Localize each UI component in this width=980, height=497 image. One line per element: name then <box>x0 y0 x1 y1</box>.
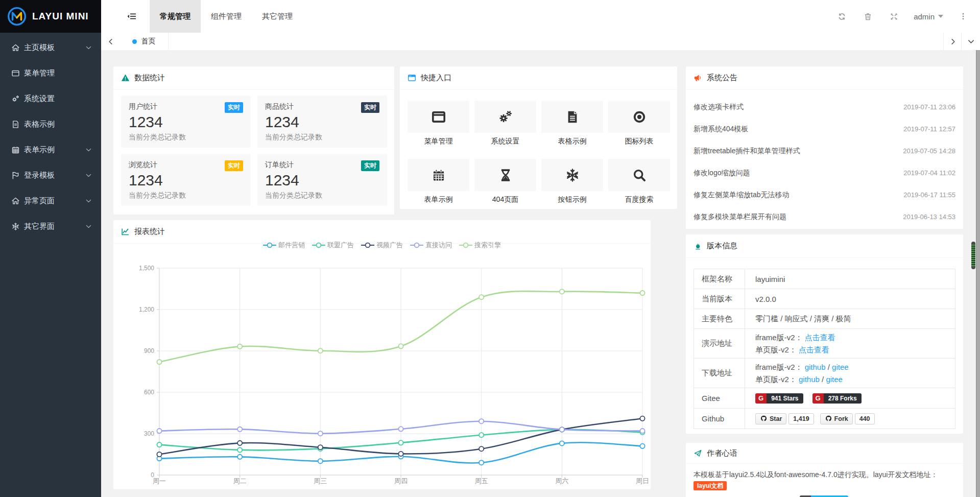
gitee-badge[interactable]: G941 Stars <box>755 393 803 404</box>
line-chart[interactable]: 03006009001,2001,500周一周二周三周四周五周六周日 <box>113 243 651 497</box>
stat-label: 商品统计 <box>265 102 294 111</box>
stat-desc: 当前分类总记录数 <box>129 191 243 200</box>
collapse-menu-button[interactable] <box>116 0 147 33</box>
sidebar-item-calendar-4[interactable]: 表单示例 <box>0 137 101 162</box>
notice-row-2[interactable]: 新增treetable插件和菜单管理样式2019-07-05 14:28 <box>686 140 963 162</box>
module-tab-1[interactable]: 组件管理 <box>201 0 252 33</box>
card-title: 快捷入口 <box>421 73 451 83</box>
version-row-label: 主要特色 <box>694 309 745 328</box>
chevron-down-icon <box>85 223 92 230</box>
stat-box-2: 浏览统计实时1234当前分类总记录数 <box>121 154 251 206</box>
notice-time: 2019-07-11 23:06 <box>903 103 955 111</box>
sidebar-item-gears-2[interactable]: 系统设置 <box>0 86 101 111</box>
card-data-statistics: 数据统计 用户统计实时1234当前分类总记录数商品统计实时1234当前分类总记录… <box>113 66 394 215</box>
card-system-notice: 系统公告 修改选项卡样式2019-07-11 23:06新增系统404模板201… <box>686 66 963 229</box>
refresh-button[interactable] <box>829 0 855 33</box>
octocat-icon <box>760 415 768 422</box>
card-report-statistics: 报表统计 邮件营销联盟广告视频广告直接访问搜索引擎 03006009001,20… <box>113 220 651 489</box>
link-点击查看[interactable]: 点击查看 <box>805 333 835 342</box>
tabs-scroll-right-button[interactable] <box>943 33 962 50</box>
flag-icon <box>11 171 21 180</box>
notice-text: 修复多模块菜单栏展开有问题 <box>694 212 786 222</box>
card-title: 作者心语 <box>707 448 737 458</box>
stat-badge: 实时 <box>361 160 379 171</box>
version-row-value: 零门槛 / 响应式 / 清爽 / 极简 <box>755 314 955 324</box>
clear-cache-button[interactable] <box>855 0 881 33</box>
sidebar-item-window-1[interactable]: 菜单管理 <box>0 60 101 86</box>
user-menu[interactable]: admin <box>907 12 950 21</box>
link-github[interactable]: github <box>805 363 826 371</box>
quick-entry-file[interactable] <box>541 101 603 133</box>
main-content: 数据统计 用户统计实时1234当前分类总记录数商品统计实时1234当前分类总记录… <box>101 50 970 497</box>
sidebar-item-file-3[interactable]: 表格示例 <box>0 111 101 137</box>
quick-entry-gears[interactable] <box>474 101 536 133</box>
stat-value: 1234 <box>265 172 379 189</box>
github-badge[interactable]: Star1,419 <box>755 413 814 424</box>
tabs-scroll-left-button[interactable] <box>101 33 120 50</box>
chevron-down-icon <box>85 44 92 51</box>
stat-value: 1234 <box>265 113 379 131</box>
quick-entry-snow[interactable] <box>541 159 603 191</box>
notice-row-0[interactable]: 修改选项卡样式2019-07-11 23:06 <box>686 96 963 118</box>
stat-value: 1234 <box>129 172 243 189</box>
fullscreen-button[interactable] <box>881 0 907 33</box>
sidebar-item-home-6[interactable]: 异常页面 <box>0 188 101 214</box>
sidebar-item-snow-7[interactable]: 其它界面 <box>0 214 101 239</box>
link-gitee[interactable]: gitee <box>826 375 843 384</box>
link-点击查看[interactable]: 点击查看 <box>799 345 829 354</box>
quick-entry-window[interactable] <box>408 101 469 133</box>
snow-icon <box>11 222 21 231</box>
quick-entry-calendar[interactable] <box>408 159 469 191</box>
quick-entry-search[interactable] <box>608 159 670 191</box>
dotcircle-icon <box>632 110 647 124</box>
svg-text:周六: 周六 <box>555 477 568 485</box>
card-quick-entry: 快捷入口 菜单管理系统设置表格示例图标列表表单示例404页面按钮示例百度搜索 <box>400 66 677 209</box>
inner-scrollbar-track[interactable] <box>970 50 976 497</box>
notice-row-4[interactable]: 修复左侧菜单缩放tab无法移动2019-06-17 11:55 <box>686 184 963 206</box>
home-icon <box>11 197 21 205</box>
card-title: 数据统计 <box>134 73 165 83</box>
link-gitee[interactable]: gitee <box>832 363 849 371</box>
quick-entry-label: 404页面 <box>474 195 536 204</box>
sidebar-item-flag-5[interactable]: 登录模板 <box>0 162 101 188</box>
version-row-label: 下载地址 <box>694 359 745 388</box>
stat-label: 订单统计 <box>265 160 294 170</box>
github-badge[interactable]: Fork440 <box>820 413 875 424</box>
quick-entry-dotcircle[interactable] <box>608 101 670 133</box>
stat-badge: 实时 <box>225 160 243 171</box>
version-link-line: 单页版-v2： github / gitee <box>755 373 955 386</box>
svg-text:周日: 周日 <box>636 477 649 485</box>
version-link-line: iframe版-v2： github / gitee <box>755 361 955 373</box>
quick-entry-hourglass[interactable] <box>474 159 536 191</box>
gitee-badge[interactable]: G278 Forks <box>812 393 862 404</box>
layui-doc-badge[interactable]: layui文档 <box>694 481 727 490</box>
window-scrollbar[interactable] <box>976 50 980 497</box>
more-button[interactable] <box>950 0 976 33</box>
sidebar-item-label: 系统设置 <box>24 94 55 104</box>
gitee-logo-icon: G <box>755 393 767 404</box>
notice-row-1[interactable]: 新增系统404模板2019-07-11 12:57 <box>686 118 963 140</box>
inner-scrollbar-thumb[interactable] <box>971 242 975 269</box>
card-header: 作者心语 <box>686 443 963 464</box>
link-github[interactable]: github <box>799 375 820 384</box>
notice-time: 2019-07-05 14:28 <box>903 147 955 155</box>
stat-label: 用户统计 <box>129 102 157 111</box>
card-header: 数据统计 <box>113 66 394 90</box>
version-row-label: 演示地址 <box>694 329 745 358</box>
quick-entry-label: 按钮示例 <box>541 195 603 204</box>
notice-row-3[interactable]: 修改logo缩放问题2019-07-04 11:02 <box>686 162 963 184</box>
card-title: 报表统计 <box>134 227 165 236</box>
tabs-menu-button[interactable] <box>961 33 980 50</box>
card-header: 快捷入口 <box>400 66 677 90</box>
module-tab-2[interactable]: 其它管理 <box>252 0 303 33</box>
tab-home[interactable]: 首页 <box>119 33 169 50</box>
file-icon <box>11 120 21 129</box>
sidebar-item-home-0[interactable]: 主页模板 <box>0 35 101 60</box>
gears-icon <box>498 110 513 124</box>
module-tab-0[interactable]: 常规管理 <box>150 0 201 33</box>
logo[interactable]: LAYUI MINI <box>0 0 101 33</box>
caret-down-icon <box>938 15 943 18</box>
version-row-label: Gitee <box>694 388 745 408</box>
version-row-6: GithubStar1,419Fork440 <box>694 409 955 429</box>
notice-row-5[interactable]: 修复多模块菜单栏展开有问题2019-06-13 14:53 <box>686 206 963 228</box>
